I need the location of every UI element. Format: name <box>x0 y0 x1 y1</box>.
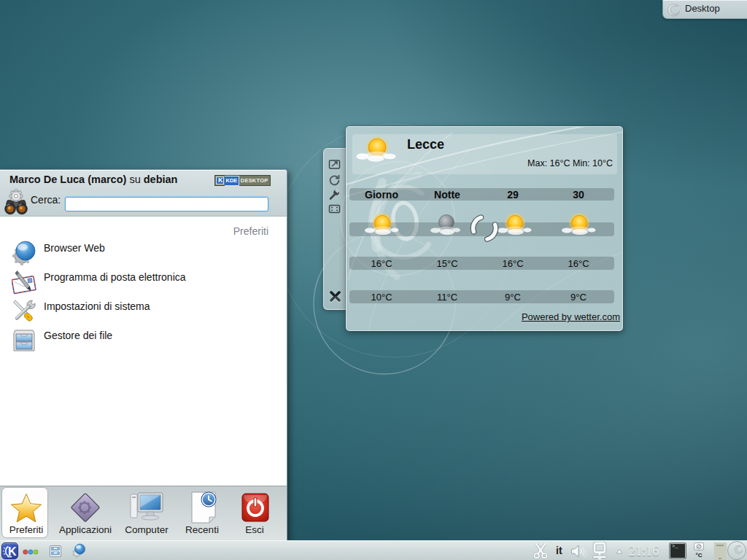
svg-text:K: K <box>8 545 17 558</box>
